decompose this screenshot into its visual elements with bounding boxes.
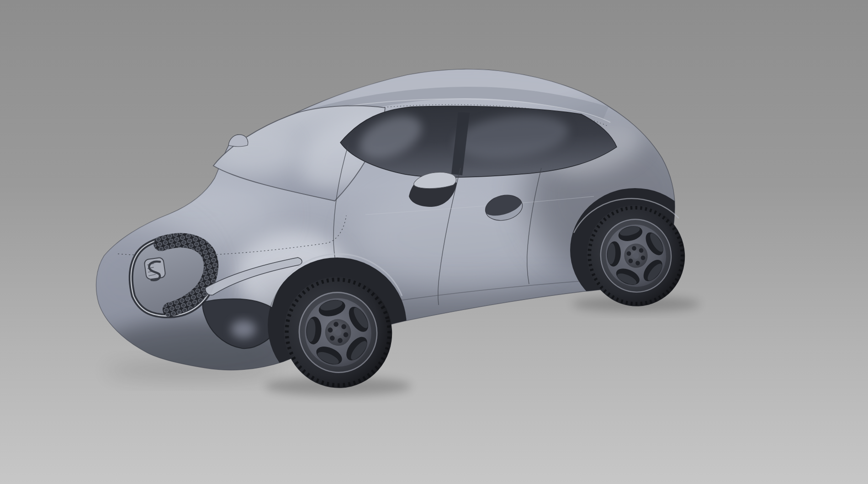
fog-lamp <box>231 320 256 338</box>
car-render-canvas <box>0 0 868 484</box>
render-viewport[interactable] <box>0 0 868 484</box>
seat-s-badge-icon <box>144 257 166 281</box>
cowl-sensor-bump <box>228 135 248 147</box>
